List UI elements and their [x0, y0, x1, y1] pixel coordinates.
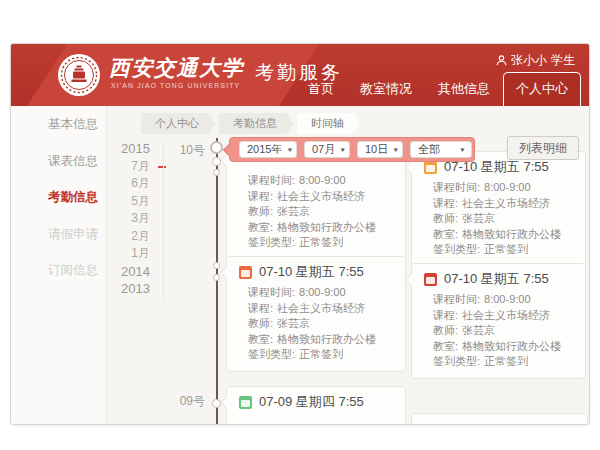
field-value: 正常签到 — [484, 355, 528, 367]
field-label: 教室: — [433, 228, 458, 240]
card-arrow — [405, 161, 418, 174]
card-body: 课程时间:8:00-9:00课程:社会主义市场经济教师:张芸京教室:格物致知行政… — [424, 289, 577, 370]
field-label: 教室: — [248, 221, 273, 233]
field-label: 签到类型: — [433, 355, 480, 367]
month-dropdown[interactable]: 07月▼ — [304, 141, 350, 158]
card-field: 课程时间:8:00-9:00 — [433, 292, 577, 308]
field-value: 社会主义市场经济 — [462, 197, 550, 209]
nav-tab-other-info[interactable]: 其他信息 — [425, 73, 503, 106]
field-value: 社会主义市场经济 — [277, 190, 365, 202]
day-dropdown-value: 10日 — [365, 142, 388, 157]
card-field: 教师:张芸京 — [433, 323, 577, 339]
card-field: 签到类型:正常签到 — [248, 347, 397, 363]
timeline-node — [213, 169, 220, 176]
nav-tab-classroom-info[interactable]: 教室情况 — [347, 73, 425, 106]
timeline-nav-year-2015[interactable]: 2015 — [106, 140, 158, 158]
field-value: 正常签到 — [299, 348, 343, 360]
field-label: 课程时间: — [248, 174, 295, 186]
breadcrumb: 个人中心考勤信息时间轴 — [141, 113, 361, 134]
card-header: 07-10 星期五 7:55 — [239, 262, 397, 282]
timeline-nav-month-02[interactable]: 2月 — [106, 228, 158, 246]
field-value: 8:00-9:00 — [299, 174, 345, 186]
field-value: 8:00-9:00 — [484, 293, 530, 305]
sidebar-item-leave-request[interactable]: 请假申请 — [11, 216, 106, 253]
chevron-down-icon: ▼ — [339, 147, 346, 153]
user-role: 学生 — [551, 52, 575, 69]
calendar-red-icon — [424, 273, 437, 286]
user-info[interactable]: 张小小 学生 — [496, 52, 575, 69]
chevron-down-icon: ▼ — [459, 147, 466, 153]
field-label: 签到类型: — [248, 348, 295, 360]
breadcrumb-item-attendance-info[interactable]: 考勤信息 — [219, 113, 294, 134]
timeline-node — [212, 399, 221, 408]
timeline-line — [216, 138, 218, 424]
field-value: 张芸京 — [277, 205, 310, 217]
app-header: 西安交通大学 XI'AN JIAO TONG UNIVERSITY 考勤服务 张… — [11, 44, 589, 106]
timeline-nav-month-06[interactable]: 6月 — [106, 175, 158, 193]
attendance-card-r3-left: 07-09 星期四 7:55 — [226, 386, 406, 425]
timeline-nav-month-03[interactable]: 3月 — [106, 210, 158, 228]
field-label: 课程: — [433, 309, 458, 321]
university-name-en: XI'AN JIAO TONG UNIVERSITY — [111, 82, 240, 89]
timeline-nav-month-07[interactable]: 7月 — [106, 158, 158, 176]
timeline-node — [213, 262, 220, 269]
field-label: 教师: — [433, 212, 458, 224]
sidebar-item-basic-info[interactable]: 基本信息 — [11, 106, 106, 143]
timeline-nav-year-2014[interactable]: 2014 — [106, 263, 158, 281]
year-dropdown-value: 2015年 — [247, 142, 282, 157]
timeline-nav-year-2013[interactable]: 2013 — [106, 280, 158, 298]
field-label: 签到类型: — [248, 236, 295, 248]
breadcrumb-item-timeline[interactable]: 时间轴 — [297, 113, 361, 134]
breadcrumb-item-personal-center[interactable]: 个人中心 — [141, 113, 216, 134]
card-arrow — [405, 273, 418, 286]
card-field: 教师:张芸京 — [433, 211, 577, 227]
card-field: 教室:格物致知行政办公楼 — [248, 220, 397, 236]
card-body — [239, 412, 397, 415]
field-value: 正常签到 — [484, 243, 528, 255]
field-value: 张芸京 — [277, 317, 310, 329]
sidebar-item-attendance-info[interactable]: 考勤信息 — [11, 179, 106, 216]
timeline-scale-line — [163, 142, 164, 300]
card-header: 07-09 星期四 7:55 — [239, 392, 397, 412]
field-value: 8:00-9:00 — [484, 181, 530, 193]
sidebar-item-timetable-info[interactable]: 课表信息 — [11, 143, 106, 180]
nav-tab-home[interactable]: 首页 — [295, 73, 347, 106]
card-field: 教室:格物致知行政办公楼 — [433, 339, 577, 355]
field-label: 课程时间: — [248, 286, 295, 298]
card-field: 课程:社会主义市场经济 — [248, 301, 397, 317]
type-dropdown[interactable]: 全部▼ — [410, 141, 472, 158]
field-value: 格物致知行政办公楼 — [462, 340, 561, 352]
card-header: 07-10 星期五 7:55 — [424, 269, 577, 289]
card-field: 签到类型:正常签到 — [433, 242, 577, 258]
field-label: 教师: — [248, 317, 273, 329]
card-date-title: 07-10 星期五 7:55 — [259, 263, 364, 281]
sidebar-item-subscription-info[interactable]: 订阅信息 — [11, 252, 106, 289]
card-body: 课程时间:8:00-9:00课程:社会主义市场经济教师:张芸京教室:格物致知行政… — [424, 177, 577, 258]
field-label: 签到类型: — [433, 243, 480, 255]
calendar-orange-red-icon — [239, 266, 252, 279]
field-value: 格物致知行政办公楼 — [277, 221, 376, 233]
field-value: 社会主义市场经济 — [462, 309, 550, 321]
card-body: 课程时间:8:00-9:00课程:社会主义市场经济教师:张芸京教室:格物致知行政… — [239, 282, 397, 363]
attendance-card-r1-right: 07-10 星期五 7:55课程时间:8:00-9:00课程:社会主义市场经济教… — [411, 151, 586, 267]
year-dropdown[interactable]: 2015年▼ — [239, 141, 297, 158]
card-body: 课程时间:8:00-9:00课程:社会主义市场经济教师:张芸京教室:格物致知行政… — [239, 170, 397, 251]
chevron-down-icon: ▼ — [286, 147, 293, 153]
field-value: 正常签到 — [299, 236, 343, 248]
card-field: 教师:张芸京 — [248, 316, 397, 332]
field-label: 教师: — [433, 324, 458, 336]
timeline-nav-month-01[interactable]: 1月 — [106, 245, 158, 263]
card-field: 课程:社会主义市场经济 — [433, 196, 577, 212]
page: 西安交通大学 XI'AN JIAO TONG UNIVERSITY 考勤服务 张… — [0, 0, 600, 450]
field-label: 教室: — [248, 333, 273, 345]
timeline-node — [212, 157, 221, 166]
card-field: 教室:格物致知行政办公楼 — [433, 227, 577, 243]
nav-tab-personal-center[interactable]: 个人中心 — [503, 72, 581, 106]
timeline-nav-month-05[interactable]: 5月 — [106, 193, 158, 211]
field-label: 课程时间: — [433, 181, 480, 193]
field-value: 张芸京 — [462, 324, 495, 336]
day-marker-10: 10号 — [161, 142, 205, 159]
day-dropdown[interactable]: 10日▼ — [357, 141, 403, 158]
list-detail-button[interactable]: 列表明细 — [507, 136, 579, 160]
user-name: 张小小 — [511, 52, 547, 69]
